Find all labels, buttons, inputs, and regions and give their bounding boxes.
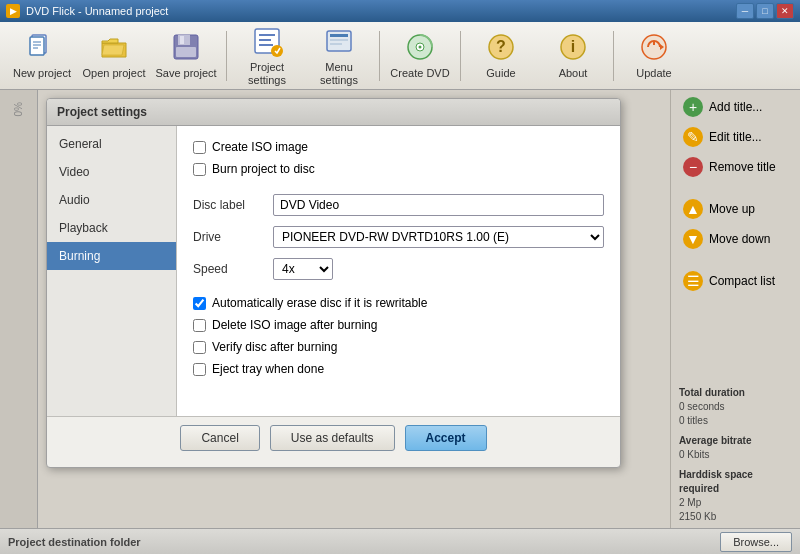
close-button[interactable]: ✕: [776, 3, 794, 19]
guide-label: Guide: [486, 67, 515, 79]
about-icon: i: [557, 31, 589, 63]
maximize-button[interactable]: □: [756, 3, 774, 19]
svg-rect-15: [330, 34, 348, 37]
svg-rect-16: [330, 39, 348, 41]
open-project-icon: [98, 31, 130, 63]
eject-tray-label: Eject tray when done: [212, 362, 324, 376]
toolbar-project-settings[interactable]: Project settings: [233, 27, 301, 85]
use-defaults-button[interactable]: Use as defaults: [270, 425, 395, 451]
verify-disc-row: Verify disc after burning: [193, 340, 604, 354]
burn-project-checkbox[interactable]: [193, 163, 206, 176]
move-down-button[interactable]: ▼ Move down: [679, 226, 792, 252]
nav-video[interactable]: Video: [47, 158, 176, 186]
status-bar: Project destination folder Browse...: [0, 528, 800, 554]
toolbar-sep-3: [460, 31, 461, 81]
toolbar-menu-settings[interactable]: Menu settings: [305, 27, 373, 85]
dialog-footer: Cancel Use as defaults Accept: [47, 416, 620, 459]
new-project-label: New project: [13, 67, 71, 79]
average-bitrate-value: 0 Kbits: [679, 448, 792, 462]
edit-title-button[interactable]: ✎ Edit title...: [679, 124, 792, 150]
update-label: Update: [636, 67, 671, 79]
auto-erase-checkbox[interactable]: [193, 297, 206, 310]
disc-label-input[interactable]: [273, 194, 604, 216]
center-area: Project settings General Video Audio Pla…: [38, 90, 670, 528]
accept-button[interactable]: Accept: [405, 425, 487, 451]
drive-select[interactable]: PIONEER DVD-RW DVRTD10RS 1.00 (E): [273, 226, 604, 248]
nav-general[interactable]: General: [47, 130, 176, 158]
right-stats: Total duration 0 seconds 0 titles Averag…: [679, 386, 792, 524]
title-bar: ▶ DVD Flick - Unnamed project ─ □ ✕: [0, 0, 800, 22]
edit-icon: ✎: [683, 127, 703, 147]
eject-tray-checkbox[interactable]: [193, 363, 206, 376]
nav-playback[interactable]: Playback: [47, 214, 176, 242]
right-panel: + Add title... ✎ Edit title... − Remove …: [670, 90, 800, 528]
title-bar-text: DVD Flick - Unnamed project: [26, 5, 168, 17]
create-iso-row: Create ISO image: [193, 140, 604, 154]
toolbar-create-dvd[interactable]: Create DVD: [386, 27, 454, 85]
nav-audio[interactable]: Audio: [47, 186, 176, 214]
create-dvd-icon: [404, 31, 436, 63]
dialog-nav: General Video Audio Playback Burning: [47, 126, 177, 416]
project-settings-icon: [251, 25, 283, 57]
svg-rect-17: [330, 43, 342, 45]
toolbar-new-project[interactable]: New project: [8, 27, 76, 85]
open-project-label: Open project: [83, 67, 146, 79]
cancel-button[interactable]: Cancel: [180, 425, 259, 451]
edit-title-label: Edit title...: [709, 130, 762, 144]
total-titles-value: 0 titles: [679, 414, 792, 428]
delete-iso-row: Delete ISO image after burning: [193, 318, 604, 332]
verify-disc-label: Verify disc after burning: [212, 340, 337, 354]
main-area: 0% Project settings General Video Audio …: [0, 90, 800, 528]
right-sep-2: [679, 256, 792, 264]
dialog-content: Create ISO image Burn project to disc Di…: [177, 126, 620, 416]
create-dvd-label: Create DVD: [390, 67, 449, 79]
total-duration-value: 0 seconds: [679, 400, 792, 414]
move-down-icon: ▼: [683, 229, 703, 249]
disc-label-text: Disc label: [193, 198, 273, 212]
svg-point-20: [419, 46, 422, 49]
speed-label: Speed: [193, 262, 273, 276]
add-icon: +: [683, 97, 703, 117]
title-bar-controls: ─ □ ✕: [736, 3, 794, 19]
left-panel-text: 0%: [13, 102, 24, 116]
toolbar-open-project[interactable]: Open project: [80, 27, 148, 85]
burn-project-label: Burn project to disc: [212, 162, 315, 176]
move-up-label: Move up: [709, 202, 755, 216]
svg-text:?: ?: [496, 38, 506, 55]
app-icon: ▶: [6, 4, 20, 18]
delete-iso-checkbox[interactable]: [193, 319, 206, 332]
speed-select[interactable]: 4x 2x 8x: [273, 258, 333, 280]
toolbar-guide[interactable]: ? Guide: [467, 27, 535, 85]
total-duration-label: Total duration: [679, 386, 792, 400]
toolbar-save-project[interactable]: Save project: [152, 27, 220, 85]
remove-title-button[interactable]: − Remove title: [679, 154, 792, 180]
dialog-title: Project settings: [47, 99, 620, 126]
svg-point-13: [271, 45, 283, 57]
add-title-button[interactable]: + Add title...: [679, 94, 792, 120]
minimize-button[interactable]: ─: [736, 3, 754, 19]
move-down-label: Move down: [709, 232, 770, 246]
harddisk-space-label: Harddisk space required: [679, 468, 792, 496]
svg-rect-1: [30, 37, 44, 55]
create-iso-checkbox[interactable]: [193, 141, 206, 154]
new-project-icon: [26, 31, 58, 63]
toolbar-about[interactable]: i About: [539, 27, 607, 85]
browse-button[interactable]: Browse...: [720, 532, 792, 552]
harddisk-space-value1: 2 Mp: [679, 496, 792, 510]
guide-icon: ?: [485, 31, 517, 63]
nav-burning[interactable]: Burning: [47, 242, 176, 270]
save-project-icon: [170, 31, 202, 63]
delete-iso-label: Delete ISO image after burning: [212, 318, 377, 332]
speed-row: Speed 4x 2x 8x: [193, 258, 604, 280]
menu-settings-label: Menu settings: [307, 61, 371, 85]
compact-icon: ☰: [683, 271, 703, 291]
project-settings-dialog: Project settings General Video Audio Pla…: [46, 98, 621, 468]
status-text: Project destination folder: [8, 536, 141, 548]
toolbar-update[interactable]: Update: [620, 27, 688, 85]
toolbar-sep-1: [226, 31, 227, 81]
move-up-button[interactable]: ▲ Move up: [679, 196, 792, 222]
verify-disc-checkbox[interactable]: [193, 341, 206, 354]
compact-list-button[interactable]: ☰ Compact list: [679, 268, 792, 294]
project-settings-label: Project settings: [235, 61, 299, 85]
average-bitrate-label: Average bitrate: [679, 434, 792, 448]
